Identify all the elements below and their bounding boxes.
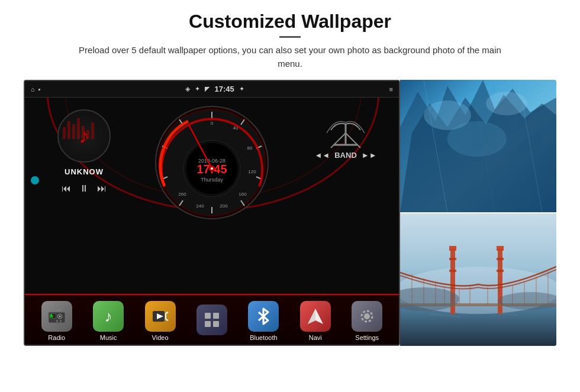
svg-text:260: 260 bbox=[178, 192, 186, 197]
svg-rect-73 bbox=[400, 80, 556, 212]
svg-point-50 bbox=[59, 316, 60, 318]
speedometer-section: 0 40 80 120 160 200 240 260 bbox=[153, 103, 271, 234]
side-images bbox=[400, 80, 556, 346]
band-next[interactable]: ►► bbox=[362, 151, 377, 160]
svg-rect-87 bbox=[497, 270, 504, 272]
svg-rect-2 bbox=[63, 127, 66, 139]
title-divider bbox=[279, 36, 301, 38]
app-label-music: Music bbox=[100, 334, 117, 341]
app-item-music[interactable]: ♪ Music bbox=[93, 301, 124, 341]
app-icon-bluetooth bbox=[248, 301, 279, 332]
app-icon-video bbox=[145, 301, 176, 332]
svg-text:160: 160 bbox=[239, 192, 247, 197]
music-controls: ⏮ ⏸ ⏭ bbox=[62, 183, 107, 194]
svg-line-56 bbox=[166, 312, 168, 313]
status-time: 17:45 bbox=[214, 85, 234, 93]
app-icon-settings bbox=[352, 301, 382, 332]
app-label-settings: Settings bbox=[355, 334, 379, 341]
svg-point-65 bbox=[364, 313, 370, 319]
svg-line-39 bbox=[337, 133, 346, 142]
app-icon-music: ♪ bbox=[93, 301, 124, 332]
svg-rect-60 bbox=[213, 313, 219, 319]
svg-rect-5 bbox=[77, 118, 80, 139]
bluetooth-status-icon: ✦ bbox=[195, 85, 200, 93]
app-item-settings[interactable]: Settings bbox=[352, 301, 382, 341]
speedometer-svg: 0 40 80 120 160 200 240 260 bbox=[153, 103, 271, 222]
svg-rect-61 bbox=[205, 321, 211, 327]
app-item-navi[interactable]: Navi bbox=[300, 301, 331, 341]
status-bar-right: ≡ bbox=[389, 86, 393, 93]
svg-text:240: 240 bbox=[196, 203, 204, 209]
location-icon: ◈ bbox=[185, 85, 190, 93]
menu-icon: ≡ bbox=[389, 86, 393, 93]
app-icon-navi bbox=[300, 301, 331, 332]
svg-rect-85 bbox=[449, 270, 456, 272]
side-image-bottom bbox=[400, 213, 556, 346]
svg-rect-53 bbox=[60, 320, 62, 322]
next-button[interactable]: ⏭ bbox=[97, 183, 107, 194]
status-bar-center: ◈ ✦ ◤ 17:45 ✦ bbox=[185, 85, 244, 93]
svg-line-40 bbox=[346, 133, 355, 142]
svg-rect-62 bbox=[213, 321, 219, 327]
app-label-video: Video bbox=[152, 334, 169, 341]
svg-text:80: 80 bbox=[247, 145, 253, 151]
svg-rect-52 bbox=[56, 320, 58, 322]
app-bar: Radio ♪ Music bbox=[25, 294, 399, 346]
brightness-icon: ✦ bbox=[239, 85, 244, 93]
music-section: ♪ UNKNOW ⏮ ⏸ ⏭ bbox=[37, 109, 131, 194]
app-item-menu[interactable] bbox=[196, 304, 227, 338]
radio-icon bbox=[48, 309, 66, 324]
svg-text:0: 0 bbox=[211, 121, 214, 126]
svg-marker-64 bbox=[308, 309, 315, 324]
band-prev[interactable]: ◄◄ bbox=[314, 151, 330, 160]
svg-rect-4 bbox=[72, 124, 75, 139]
svg-point-36 bbox=[211, 167, 213, 170]
app-item-video[interactable]: Video bbox=[145, 301, 176, 341]
settings-icon bbox=[358, 307, 376, 325]
music-title: UNKNOW bbox=[65, 167, 104, 176]
svg-rect-84 bbox=[449, 258, 456, 260]
app-item-radio[interactable]: Radio bbox=[41, 301, 72, 341]
svg-rect-8 bbox=[91, 122, 94, 139]
app-label-bluetooth: Bluetooth bbox=[250, 334, 277, 341]
app-label-navi: Navi bbox=[309, 334, 322, 341]
svg-line-51 bbox=[57, 309, 61, 311]
grid-icon bbox=[203, 311, 221, 329]
svg-text:Thursday: Thursday bbox=[201, 177, 223, 183]
wifi-icon: ◤ bbox=[205, 85, 210, 93]
band-label: BAND bbox=[334, 151, 357, 160]
antenna-svg bbox=[322, 109, 369, 151]
app-icon-menu bbox=[196, 304, 227, 335]
svg-rect-3 bbox=[67, 121, 70, 139]
page-title: Customized Wallpaper bbox=[189, 11, 391, 33]
play-button[interactable]: ⏸ bbox=[79, 183, 89, 194]
app-item-bluetooth[interactable]: Bluetooth bbox=[248, 301, 279, 341]
radio-section: ◄◄ BAND ►► bbox=[304, 109, 387, 160]
svg-rect-86 bbox=[497, 258, 504, 260]
svg-rect-7 bbox=[86, 130, 89, 139]
app-icon-radio bbox=[41, 301, 72, 332]
head-unit: ⌂ ▪ ◈ ✦ ◤ 17:45 ✦ ≡ bbox=[24, 80, 400, 346]
prev-button[interactable]: ⏮ bbox=[62, 183, 71, 194]
app-label-radio: Radio bbox=[48, 334, 65, 341]
svg-rect-59 bbox=[205, 313, 211, 319]
screen-area: ⌂ ▪ ◈ ✦ ◤ 17:45 ✦ ≡ bbox=[24, 80, 556, 346]
status-bar-left: ⌂ ▪ bbox=[31, 86, 41, 93]
music-icon-bg: ♪ bbox=[57, 109, 111, 163]
main-display: ♪ UNKNOW ⏮ ⏸ ⏭ bbox=[25, 98, 399, 294]
side-image-top bbox=[400, 80, 556, 212]
svg-line-57 bbox=[166, 319, 168, 320]
svg-text:120: 120 bbox=[248, 169, 256, 174]
svg-rect-6 bbox=[82, 126, 85, 139]
band-controls: ◄◄ BAND ►► bbox=[314, 151, 376, 160]
home-icon: ⌂ bbox=[31, 86, 35, 93]
music-app-icon: ♪ bbox=[105, 307, 112, 326]
bluetooth-icon bbox=[256, 307, 270, 325]
lock-icon: ▪ bbox=[38, 86, 41, 93]
navi-icon bbox=[307, 307, 324, 325]
page-subtitle: Preload over 5 default wallpaper options… bbox=[71, 44, 509, 70]
video-icon bbox=[152, 309, 169, 324]
bridge-scene-svg bbox=[400, 213, 556, 346]
svg-rect-83 bbox=[497, 246, 504, 251]
ice-scene-svg bbox=[400, 80, 556, 212]
